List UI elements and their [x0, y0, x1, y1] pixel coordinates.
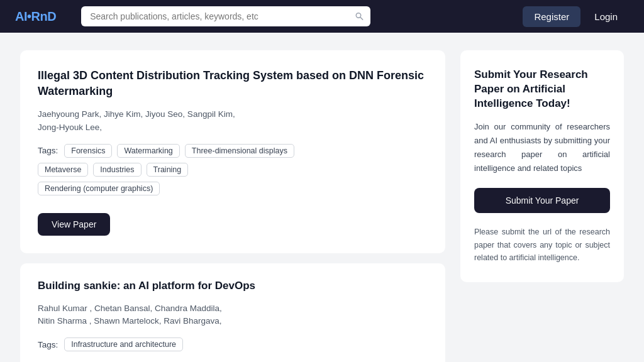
nav-actions: Register Login — [523, 6, 629, 27]
papers-column: Illegal 3D Content Distribution Tracking… — [20, 50, 445, 362]
paper-card-1: Illegal 3D Content Distribution Tracking… — [20, 50, 445, 253]
navbar: AI•RnD Register Login — [0, 0, 644, 33]
search-input[interactable] — [81, 6, 370, 26]
submit-paper-button[interactable]: Submit Your Paper — [474, 188, 610, 213]
logo: AI•RnD — [15, 9, 56, 24]
tag-forensics[interactable]: Forensics — [64, 144, 112, 158]
sidebar-card: Submit Your Research Paper on Artificial… — [460, 50, 624, 282]
tag-infrastructure[interactable]: Infrastructure and architecture — [64, 337, 183, 351]
tag-rendering[interactable]: Rendering (computer graphics) — [38, 182, 160, 195]
tags-label-2: Tags: — [38, 340, 58, 349]
paper-authors-2: Rahul Kumar , Chetan Bansal, Chandra Mad… — [38, 302, 428, 328]
login-button[interactable]: Login — [583, 6, 629, 27]
paper-title-2: Building sankie: an AI platform for DevO… — [38, 278, 428, 293]
tags-row-2: Tags: Infrastructure and architecture — [38, 337, 428, 351]
main-content: Illegal 3D Content Distribution Tracking… — [8, 33, 636, 362]
tags-row-1b: Metaverse Industries Training — [38, 163, 428, 177]
tag-watermarking[interactable]: Watermarking — [117, 144, 179, 158]
sidebar-description: Join our community of researchers and AI… — [474, 120, 610, 175]
paper-authors-1: Jaehyoung Park, Jihye Kim, Jiyou Seo, Sa… — [38, 108, 428, 134]
search-bar — [81, 6, 370, 26]
logo-text: AI•RnD — [15, 9, 56, 23]
tag-industries[interactable]: Industries — [93, 163, 141, 177]
view-paper-button-1[interactable]: View Paper — [38, 213, 110, 236]
register-button[interactable]: Register — [523, 6, 580, 27]
tag-metaverse[interactable]: Metaverse — [38, 163, 88, 177]
sidebar-column: Submit Your Research Paper on Artificial… — [460, 50, 624, 362]
tag-training[interactable]: Training — [147, 163, 189, 177]
tags-row-1c: Rendering (computer graphics) — [38, 182, 428, 195]
paper-card-2: Building sankie: an AI platform for DevO… — [20, 263, 445, 362]
paper-title-1: Illegal 3D Content Distribution Tracking… — [38, 68, 428, 99]
sidebar-note: Please submit the url of the research pa… — [474, 226, 610, 265]
search-icon — [355, 12, 364, 21]
tags-row-1: Tags: Forensics Watermarking Three-dimen… — [38, 144, 428, 158]
sidebar-title: Submit Your Research Paper on Artificial… — [474, 68, 610, 111]
tags-label-1: Tags: — [38, 146, 58, 155]
tag-three-dimensional[interactable]: Three-dimensional displays — [185, 144, 294, 158]
